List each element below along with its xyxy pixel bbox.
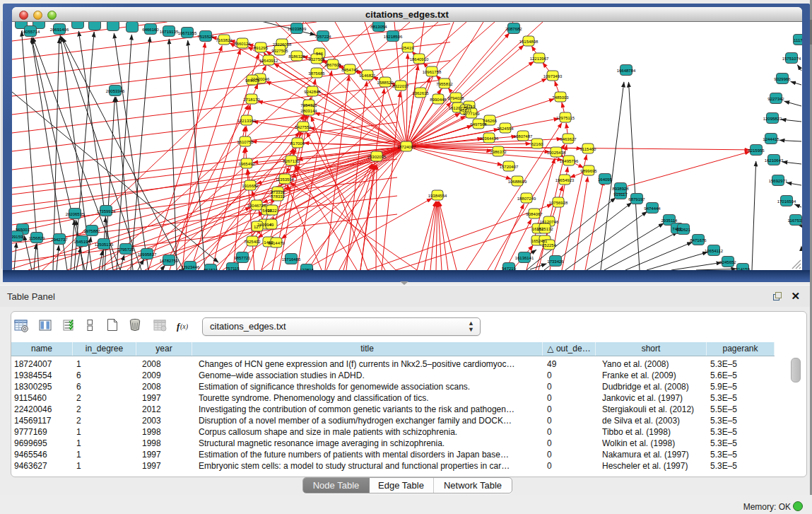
svg-text:632621: 632621 [676,228,691,232]
svg-text:164095: 164095 [598,177,613,182]
svg-text:7357224: 7357224 [314,35,331,39]
svg-text:252254: 252254 [542,243,557,247]
svg-text:12975115: 12975115 [556,116,575,120]
svg-text:10807487: 10807487 [514,134,533,139]
svg-text:6794028: 6794028 [447,96,464,100]
svg-text:49: 49 [269,223,274,227]
svg-text:25302035: 25302035 [367,155,387,159]
svg-text:1965492: 1965492 [238,162,255,166]
svg-text:2942737: 2942737 [51,238,68,242]
svg-text:10995817: 10995817 [138,252,157,257]
svg-text:62160: 62160 [531,142,543,146]
svg-text:989015: 989015 [245,78,260,83]
svg-text:9899695: 9899695 [580,169,597,173]
svg-text:8322037: 8322037 [392,84,409,88]
svg-text:15720407: 15720407 [500,165,519,169]
svg-text:14055714: 14055714 [21,30,40,34]
svg-text:18640910: 18640910 [410,57,429,62]
svg-text:2803144: 2803144 [300,109,317,113]
svg-text:2867608: 2867608 [324,63,341,67]
svg-text:15716485: 15716485 [282,257,301,262]
svg-text:16782759: 16782759 [160,259,179,263]
svg-text:9242848: 9242848 [304,90,321,94]
svg-text:546: 546 [316,52,324,56]
svg-text:1795725: 1795725 [117,247,134,252]
svg-text:16495796: 16495796 [560,159,579,163]
svg-text:9115460: 9115460 [580,147,597,151]
svg-text:8660124: 8660124 [234,42,251,46]
svg-text:7386372: 7386372 [490,150,507,154]
svg-text:10961758: 10961758 [423,70,442,74]
svg-text:25419: 25419 [402,46,414,50]
svg-text:10756928: 10756928 [549,201,568,205]
svg-text:7425402: 7425402 [244,240,261,244]
svg-text:17359924: 17359924 [97,209,116,214]
svg-text:9327505: 9327505 [271,49,288,53]
svg-text:10025438: 10025438 [547,151,566,155]
svg-text:1610755: 1610755 [237,140,254,144]
svg-text:18807249: 18807249 [517,197,536,201]
svg-text:8454749: 8454749 [341,68,358,72]
svg-text:7163822: 7163822 [216,38,233,42]
svg-text:7515526: 7515526 [197,35,214,39]
svg-text:12095822: 12095822 [763,117,782,121]
svg-text:15751074: 15751074 [782,57,801,61]
svg-text:10654112: 10654112 [705,249,724,253]
svg-text:891295: 891295 [254,46,269,50]
svg-text:8914479: 8914479 [268,241,285,245]
svg-text:11175: 11175 [794,38,802,42]
svg-text:1916682: 1916682 [242,184,259,188]
svg-text:8267130: 8267130 [283,159,300,163]
svg-text:2087682: 2087682 [505,27,522,31]
svg-text:7485003: 7485003 [552,95,569,100]
svg-text:1733426: 1733426 [547,259,564,264]
svg-text:12923446: 12923446 [181,265,200,269]
svg-text:6497568: 6497568 [470,122,487,127]
svg-text:9975887: 9975887 [83,229,100,233]
svg-text:23226058: 23226058 [273,42,292,47]
svg-text:9227342: 9227342 [767,97,784,101]
svg-text:127: 127 [254,225,261,229]
svg-text:6879197: 6879197 [628,197,645,201]
svg-text:1545194: 1545194 [73,240,90,244]
svg-text:8813054: 8813054 [370,25,387,29]
svg-text:2935114: 2935114 [661,218,678,223]
svg-text:19218506: 19218506 [384,35,403,39]
svg-text:10543912: 10543912 [259,59,278,63]
svg-text:9474444: 9474444 [644,206,661,211]
svg-text:10046726: 10046726 [247,204,266,208]
svg-text:9463627: 9463627 [560,137,577,141]
svg-text:1156829: 1156829 [29,236,46,240]
svg-text:16648784: 16648784 [617,69,636,73]
svg-text:16154808: 16154808 [519,40,539,44]
svg-text:8990448: 8990448 [430,98,447,102]
svg-text:1244415: 1244415 [763,137,779,141]
svg-text:10671355: 10671355 [178,31,197,35]
svg-text:12213369: 12213369 [237,119,257,123]
svg-text:919117: 919117 [613,192,628,197]
svg-text:16120746: 16120746 [540,220,559,224]
svg-text:1615132: 1615132 [536,227,553,231]
svg-text:8186328: 8186328 [288,54,305,59]
svg-text:3222: 3222 [267,209,277,213]
svg-text:20691406: 20691406 [50,28,69,32]
svg-text:15692971: 15692971 [769,179,788,183]
svg-text:16033809: 16033809 [288,27,307,31]
svg-text:2718170: 2718170 [243,98,260,102]
svg-text:10719135: 10719135 [160,30,179,34]
svg-text:19654923: 19654923 [555,178,575,182]
svg-text:9777169: 9777169 [463,112,480,116]
svg-text:16210643: 16210643 [765,158,784,163]
svg-text:7955812: 7955812 [436,82,453,86]
svg-text:817006: 817006 [290,141,305,146]
svg-text:12505135: 12505135 [95,243,114,247]
svg-text:565001: 565001 [16,228,30,232]
svg-text:12213967: 12213967 [530,57,549,61]
svg-text:9329966: 9329966 [774,77,791,81]
svg-text:8215955: 8215955 [748,148,765,153]
svg-text:1588520: 1588520 [377,81,394,85]
svg-text:9245652: 9245652 [719,260,736,264]
svg-text:6466160: 6466160 [142,28,159,32]
svg-text:9327508: 9327508 [308,57,325,62]
svg-text:3624554: 3624554 [497,127,514,131]
